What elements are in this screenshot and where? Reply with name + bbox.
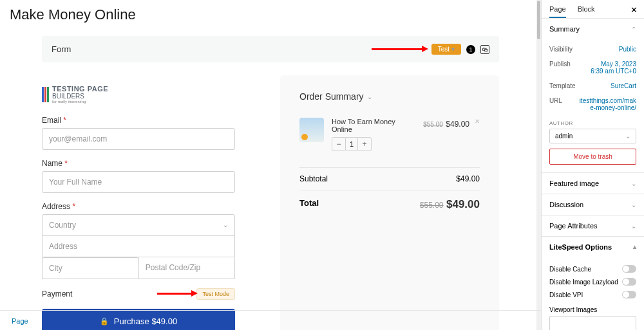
qty-minus-button[interactable]: − <box>332 138 345 151</box>
email-label: Email * <box>42 116 235 125</box>
chevron-down-icon: ⌄ <box>631 180 636 187</box>
address-field[interactable]: Address <box>42 236 235 257</box>
settings-sidebar: Page Block ✕ Summary ⌃ VisibilityPublic … <box>541 0 644 330</box>
quantity-stepper[interactable]: − 1 + <box>332 137 372 151</box>
subtotal-row: Subtotal $49.00 <box>299 167 480 190</box>
disable-vpi-label: Disable VPI <box>549 291 583 298</box>
footer-breadcrumb: Page <box>0 310 541 330</box>
test-mode-badge: Test Mode <box>196 288 235 300</box>
disable-lazyload-toggle[interactable] <box>622 278 636 286</box>
disable-cache-toggle[interactable] <box>622 265 636 273</box>
disable-cache-label: Disable Cache <box>549 266 591 273</box>
item-price: $55.00 $49.00 <box>423 118 469 129</box>
litespeed-section-toggle[interactable]: LiteSpeed Options▴ <box>542 237 644 257</box>
disable-lazyload-label: Disable Image Lazyload <box>549 279 618 286</box>
arrow-annotation <box>372 48 423 50</box>
chevron-up-icon: ▴ <box>633 243 636 251</box>
tab-page[interactable]: Page <box>549 5 566 18</box>
chevron-down-icon: ⌄ <box>367 93 372 100</box>
form-bar-label: Form <box>52 44 71 54</box>
chevron-down-icon: ⌄ <box>625 133 630 140</box>
author-label: AUTHOR <box>549 120 636 126</box>
chevron-up-icon: ⌃ <box>631 26 636 33</box>
product-thumbnail <box>299 118 324 142</box>
disable-vpi-toggle[interactable] <box>622 291 636 298</box>
page-attributes-toggle[interactable]: Page Attributes⌄ <box>542 215 644 236</box>
viewport-images-label: Viewport Images <box>549 306 636 313</box>
chevron-down-icon: ⌄ <box>223 221 228 228</box>
remove-item-button[interactable]: ✕ <box>475 118 480 125</box>
logo-bars-icon <box>42 87 49 102</box>
checkout-form: TESTING PAGE BUILDERS for really interes… <box>42 75 235 330</box>
page-title: Make Money Online <box>10 6 531 23</box>
postal-field[interactable]: Postal Code/Zip <box>138 257 235 279</box>
featured-image-toggle[interactable]: Featured image⌄ <box>542 173 644 194</box>
city-field[interactable]: City <box>42 257 138 279</box>
site-logo: TESTING PAGE BUILDERS for really interes… <box>42 85 235 104</box>
summary-section-toggle[interactable]: Summary ⌃ <box>542 19 644 39</box>
visibility-row[interactable]: VisibilityPublic <box>549 42 636 57</box>
total-row: Total $55.00 $49.00 <box>299 190 480 219</box>
move-to-trash-button[interactable]: Move to trash <box>549 149 636 165</box>
publish-row[interactable]: PublishMay 3, 2023 6:39 am UTC+0 <box>549 57 636 78</box>
close-icon[interactable]: ✕ <box>630 5 638 15</box>
item-name: How To Earn Money Online <box>332 118 415 133</box>
chevron-down-icon: ⌄ <box>631 223 636 230</box>
discussion-toggle[interactable]: Discussion⌄ <box>542 194 644 215</box>
cart-icon[interactable]: 🛍 <box>480 45 489 54</box>
name-label: Name * <box>42 159 235 168</box>
payment-label: Payment <box>42 289 72 298</box>
arrow-annotation <box>157 293 193 295</box>
count-badge: 1 <box>466 45 475 54</box>
order-summary-panel: Order Summary ⌄ How To Earn Money Online… <box>280 75 499 330</box>
author-select[interactable]: admin⌄ <box>549 129 636 143</box>
qty-value: 1 <box>345 138 358 150</box>
template-row[interactable]: TemplateSureCart <box>549 78 636 93</box>
name-field[interactable]: Your Full Name <box>42 171 235 193</box>
qty-plus-button[interactable]: + <box>358 138 371 151</box>
form-block-bar[interactable]: Form Test▾ 1 🛍 <box>42 36 499 62</box>
country-field[interactable]: Country⌄ <box>42 214 235 236</box>
scrollbar[interactable] <box>536 0 541 330</box>
order-item: How To Earn Money Online − 1 + $55.00 $4… <box>299 118 480 151</box>
chevron-down-icon: ▾ <box>451 46 455 53</box>
summary-title[interactable]: Order Summary ⌄ <box>299 91 480 102</box>
address-label: Address * <box>42 202 235 211</box>
tab-block[interactable]: Block <box>578 5 595 13</box>
test-badge[interactable]: Test▾ <box>431 44 461 55</box>
email-field[interactable]: your@email.com <box>42 128 235 150</box>
viewport-images-textarea[interactable] <box>549 316 636 330</box>
footer-page-link[interactable]: Page <box>12 317 28 325</box>
url-row[interactable]: URLitestthings.com/make-money-online/ <box>549 93 636 115</box>
chevron-down-icon: ⌄ <box>631 201 636 208</box>
